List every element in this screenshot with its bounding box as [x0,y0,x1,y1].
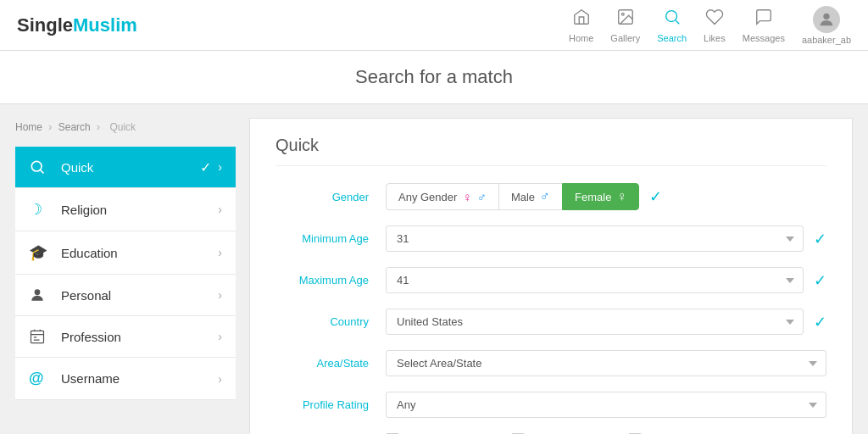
sidebar-item-quick-label: Quick [61,160,200,175]
nav-profile[interactable]: aabaker_ab [802,6,851,45]
content-title: Quick [275,136,826,166]
breadcrumb-home[interactable]: Home [15,121,42,133]
country-select[interactable]: United States [386,309,804,335]
min-age-row: Minimum Age 31 ✓ [275,225,826,252]
max-age-control: 41 ✓ [386,267,826,293]
page-title-bar: Search for a match [0,51,868,104]
quick-icon [29,159,53,175]
svg-point-4 [31,161,42,171]
sidebar-quick-check: ✓ [200,159,211,175]
breadcrumb-current: Quick [109,121,136,133]
min-age-control: 31 ✓ [386,225,826,252]
area-state-select[interactable]: Select Area/State [386,350,826,376]
area-state-label: Area/State [275,357,386,370]
profile-rating-row: Profile Rating Any [275,392,826,418]
male-label: Male [511,191,535,203]
svg-point-3 [823,13,829,19]
gender-check: ✓ [649,187,662,206]
sidebar-item-education[interactable]: 🎓 Education › [15,231,236,275]
personal-icon [29,287,53,303]
gender-buttons: Any Gender ♀ ♂ Male ♂ Female ♀ [386,183,639,210]
male-icon-any: ♂ [477,190,487,204]
nav-home-label: Home [569,33,593,43]
nav-messages[interactable]: Messages [743,8,785,43]
sidebar-education-chevron: › [218,246,222,259]
max-age-label: Maximum Age [275,274,386,287]
nav-profile-label: aabaker_ab [802,35,851,45]
main-content: Quick Gender Any Gender ♀ ♂ Male ♂ Femal [249,118,853,434]
sidebar-religion-chevron: › [218,203,222,216]
max-age-row: Maximum Age 41 ✓ [275,267,826,293]
svg-point-2 [665,10,676,21]
sidebar-item-profession[interactable]: Profession › [15,316,236,358]
gender-female-button[interactable]: Female ♀ [562,183,639,210]
sidebar-item-quick[interactable]: Quick ✓ › [15,147,236,188]
male-icon: ♂ [540,189,550,204]
sidebar-item-username-label: Username [61,371,218,386]
female-icon: ♀ [616,189,626,204]
breadcrumb-sep1: › [48,121,52,133]
nav-search[interactable]: Search [657,8,687,43]
country-check: ✓ [814,313,826,331]
sidebar-item-profession-label: Profession [61,330,218,344]
sidebar-menu: Quick ✓ › ☽ Religion › 🎓 Education › [15,147,236,400]
profession-icon [29,328,53,345]
nav-home[interactable]: Home [569,8,593,43]
breadcrumb: Home › Search › Quick [15,118,236,136]
sidebar-item-religion[interactable]: ☽ Religion › [15,188,236,231]
sidebar-item-username[interactable]: @ Username › [15,358,236,400]
header: SingleMuslim Home Gallery Search Likes [0,0,868,51]
likes-icon [705,8,724,31]
svg-point-5 [35,289,41,295]
nav-search-label: Search [657,33,687,43]
search-icon [663,8,682,31]
nav-likes[interactable]: Likes [704,8,726,43]
education-icon: 🎓 [29,243,53,262]
profile-rating-control: Any [386,392,826,418]
any-gender-label: Any Gender [398,191,457,203]
nav-gallery-label: Gallery [610,33,640,43]
logo-single: Single [17,14,73,36]
max-age-select[interactable]: 41 [386,267,804,293]
gender-row: Gender Any Gender ♀ ♂ Male ♂ Female ♀ [275,183,826,210]
country-control: United States ✓ [386,309,826,335]
country-row: Country United States ✓ [275,309,826,335]
avatar [813,6,840,33]
nav-messages-label: Messages [743,33,785,43]
svg-rect-6 [31,331,44,342]
nav-likes-label: Likes [704,33,726,43]
sidebar-item-religion-label: Religion [61,203,218,217]
messages-icon [754,8,773,31]
breadcrumb-search[interactable]: Search [58,121,91,133]
sidebar-personal-chevron: › [218,288,222,302]
female-icon-any: ♀ [462,190,471,204]
gender-male-button[interactable]: Male ♂ [499,183,562,210]
main-layout: Home › Search › Quick Quick ✓ › ☽ Religi… [2,104,866,434]
page-title: Search for a match [355,66,513,87]
gender-label: Gender [275,191,386,203]
religion-icon: ☽ [29,200,53,219]
sidebar-item-personal[interactable]: Personal › [15,275,236,316]
svg-point-1 [621,13,624,15]
country-label: Country [275,315,386,328]
sidebar-item-education-label: Education [61,246,218,260]
profile-rating-select[interactable]: Any [386,392,826,418]
female-label: Female [575,191,611,203]
min-age-label: Minimum Age [275,232,386,245]
top-nav: Home Gallery Search Likes Messages [569,6,851,45]
nav-gallery[interactable]: Gallery [610,8,640,43]
gender-control: Any Gender ♀ ♂ Male ♂ Female ♀ ✓ [386,183,826,210]
area-state-row: Area/State Select Area/State [275,350,826,376]
min-age-select[interactable]: 31 [386,225,804,252]
breadcrumb-sep2: › [97,121,100,133]
sidebar-username-chevron: › [218,372,222,386]
logo: SingleMuslim [17,14,137,36]
sidebar-profession-chevron: › [218,330,222,343]
gender-any-button[interactable]: Any Gender ♀ ♂ [386,183,499,210]
home-icon [572,8,591,31]
sidebar-quick-chevron: › [218,160,222,174]
logo-muslim: Muslim [73,14,137,36]
sidebar: Home › Search › Quick Quick ✓ › ☽ Religi… [15,118,236,434]
profile-rating-label: Profile Rating [275,398,386,411]
max-age-check: ✓ [814,271,826,290]
